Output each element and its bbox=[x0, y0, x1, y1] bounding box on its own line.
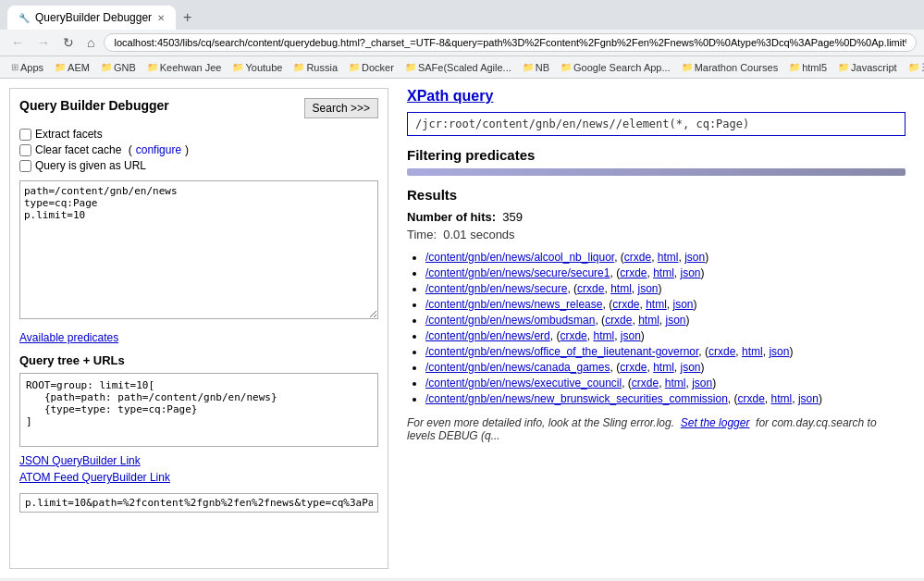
bookmark-gnb[interactable]: 📁 GNB bbox=[97, 60, 140, 75]
result-html-link[interactable]: html bbox=[638, 314, 659, 327]
bookmark-youtube[interactable]: 📁 Youtube bbox=[228, 60, 286, 75]
back-button[interactable]: ← bbox=[7, 33, 28, 52]
bookmark-docker[interactable]: 📁 Docker bbox=[345, 60, 398, 75]
address-bar[interactable] bbox=[104, 33, 917, 52]
result-path-link[interactable]: /content/gnb/en/news/secure/secure1 bbox=[425, 266, 610, 279]
list-item: /content/gnb/en/news/canada_games, (crxd… bbox=[425, 361, 906, 374]
apps-icon: ⊞ bbox=[11, 62, 18, 72]
results-title: Results bbox=[407, 187, 906, 203]
result-json-link[interactable]: json bbox=[673, 298, 694, 311]
extract-facets-label: Extract facets bbox=[35, 128, 103, 141]
bookmark-korean[interactable]: 📁 표이 bbox=[905, 58, 924, 76]
xpath-query-title[interactable]: XPath query bbox=[407, 88, 906, 105]
result-html-link[interactable]: html bbox=[653, 361, 674, 374]
result-json-link[interactable]: json bbox=[684, 251, 705, 264]
home-button[interactable]: ⌂ bbox=[83, 33, 98, 52]
result-crxde-link[interactable]: crxde bbox=[560, 329, 586, 342]
set-logger-link[interactable]: Set the logger bbox=[681, 416, 750, 429]
left-panel: Query Builder Debugger Search >>> Extrac… bbox=[9, 88, 388, 569]
bookmark-safe[interactable]: 📁 SAFe(Scaled Agile... bbox=[401, 60, 515, 75]
result-crxde-link[interactable]: crxde bbox=[708, 345, 735, 358]
query-textarea[interactable]: path=/content/gnb/en/news type=cq:Page p… bbox=[19, 180, 378, 319]
result-crxde-link[interactable]: crxde bbox=[620, 361, 647, 374]
json-link[interactable]: JSON QueryBuilder Link bbox=[19, 454, 141, 467]
result-crxde-link[interactable]: crxde bbox=[605, 314, 632, 327]
result-html-link[interactable]: html bbox=[653, 266, 674, 279]
bookmark-html5[interactable]: 📁 html5 bbox=[785, 60, 831, 75]
result-json-link[interactable]: json bbox=[692, 377, 712, 389]
result-html-link[interactable]: html bbox=[742, 345, 763, 358]
available-predicates-link[interactable]: Available predicates bbox=[19, 331, 118, 344]
forward-button[interactable]: → bbox=[33, 33, 54, 52]
result-json-link[interactable]: json bbox=[665, 314, 685, 327]
result-crxde-link[interactable]: crxde bbox=[624, 251, 651, 264]
url-input[interactable] bbox=[19, 493, 378, 513]
new-tab-button[interactable]: + bbox=[176, 6, 199, 30]
result-crxde-link[interactable]: crxde bbox=[620, 266, 647, 279]
bookmark-keehwan[interactable]: 📁 Keehwan Jee bbox=[143, 60, 226, 75]
bookmark-russia[interactable]: 📁 Russia bbox=[290, 60, 341, 75]
footer-text: For even more detailed info, look at the… bbox=[407, 416, 906, 442]
result-crxde-link[interactable]: crxde bbox=[612, 298, 639, 311]
hits-value: 359 bbox=[502, 210, 523, 224]
result-path-link[interactable]: /content/gnb/en/news/canada_games bbox=[425, 361, 610, 374]
folder-icon-11: 📁 bbox=[789, 62, 800, 72]
result-crxde-link[interactable]: crxde bbox=[632, 377, 659, 389]
result-html-link[interactable]: html bbox=[658, 251, 679, 264]
list-item: /content/gnb/en/news/alcool_nb_liquor, (… bbox=[425, 251, 906, 264]
list-item: /content/gnb/en/news/office_of_the_lieut… bbox=[425, 345, 906, 358]
time-text: Time: 0.01 seconds bbox=[407, 228, 906, 241]
result-crxde-link[interactable]: crxde bbox=[738, 392, 765, 405]
xpath-value: /jcr:root/content/gnb/en/news//element(*… bbox=[407, 112, 906, 136]
result-html-link[interactable]: html bbox=[665, 377, 686, 389]
result-json-link[interactable]: json bbox=[681, 266, 701, 279]
url-checkbox[interactable] bbox=[19, 160, 31, 172]
extract-facets-row: Extract facets bbox=[19, 128, 378, 141]
atom-link[interactable]: ATOM Feed QueryBuilder Link bbox=[19, 471, 170, 484]
result-crxde-link[interactable]: crxde bbox=[577, 282, 604, 295]
folder-icon-3: 📁 bbox=[147, 62, 158, 72]
bookmark-google[interactable]: 📁 Google Search App... bbox=[557, 60, 674, 75]
result-html-link[interactable]: html bbox=[593, 329, 614, 342]
folder-icon-8: 📁 bbox=[523, 62, 534, 72]
result-html-link[interactable]: html bbox=[771, 392, 793, 405]
result-json-link[interactable]: json bbox=[681, 361, 701, 374]
tab-favicon: 🔧 bbox=[18, 13, 30, 23]
active-tab[interactable]: 🔧 QueryBuilder Debugger ✕ bbox=[7, 6, 176, 30]
panel-title: Query Builder Debugger bbox=[19, 98, 169, 113]
folder-icon-10: 📁 bbox=[682, 62, 693, 72]
result-path-link[interactable]: /content/gnb/en/news/alcool_nb_liquor bbox=[425, 251, 614, 264]
result-path-link[interactable]: /content/gnb/en/news/new_brunswick_secur… bbox=[425, 392, 728, 405]
result-json-link[interactable]: json bbox=[769, 345, 789, 358]
result-path-link[interactable]: /content/gnb/en/news/erd bbox=[425, 329, 550, 342]
reload-button[interactable]: ↻ bbox=[59, 33, 78, 52]
search-button[interactable]: Search >>> bbox=[304, 98, 378, 118]
query-tree-text: ROOT=group: limit=10[ {path=path: path=/… bbox=[26, 379, 372, 427]
folder-icon-7: 📁 bbox=[405, 62, 416, 72]
time-label: Time: bbox=[407, 228, 437, 241]
bookmark-aem[interactable]: 📁 AEM bbox=[51, 60, 93, 75]
result-json-link[interactable]: json bbox=[621, 329, 641, 342]
bookmark-javascript[interactable]: 📁 Javascript bbox=[834, 60, 901, 75]
result-json-link[interactable]: json bbox=[637, 282, 658, 295]
filtering-title: Filtering predicates bbox=[407, 147, 906, 163]
folder-icon-6: 📁 bbox=[349, 62, 360, 72]
configure-link[interactable]: configure bbox=[136, 143, 181, 156]
bookmark-marathon[interactable]: 📁 Marathon Courses bbox=[678, 60, 782, 75]
result-html-link[interactable]: html bbox=[646, 298, 667, 311]
list-item: /content/gnb/en/news/ombudsman, (crxde, … bbox=[425, 314, 906, 327]
result-path-link[interactable]: /content/gnb/en/news/executive_council bbox=[425, 377, 622, 389]
bookmark-apps[interactable]: ⊞ Apps bbox=[7, 60, 47, 75]
result-path-link[interactable]: /content/gnb/en/news/ombudsman bbox=[425, 314, 595, 327]
result-path-link[interactable]: /content/gnb/en/news/news_release bbox=[425, 298, 602, 311]
result-path-link[interactable]: /content/gnb/en/news/secure bbox=[425, 282, 567, 295]
list-item: /content/gnb/en/news/secure/secure1, (cr… bbox=[425, 266, 906, 279]
result-json-link[interactable]: json bbox=[798, 392, 819, 405]
extract-facets-checkbox[interactable] bbox=[19, 129, 31, 141]
url-label: Query is given as URL bbox=[35, 159, 146, 172]
clear-facet-checkbox[interactable] bbox=[19, 144, 31, 156]
result-html-link[interactable]: html bbox=[610, 282, 632, 295]
bookmark-nb[interactable]: 📁 NB bbox=[519, 60, 553, 75]
result-path-link[interactable]: /content/gnb/en/news/office_of_the_lieut… bbox=[425, 345, 698, 358]
tab-close-button[interactable]: ✕ bbox=[157, 13, 165, 23]
